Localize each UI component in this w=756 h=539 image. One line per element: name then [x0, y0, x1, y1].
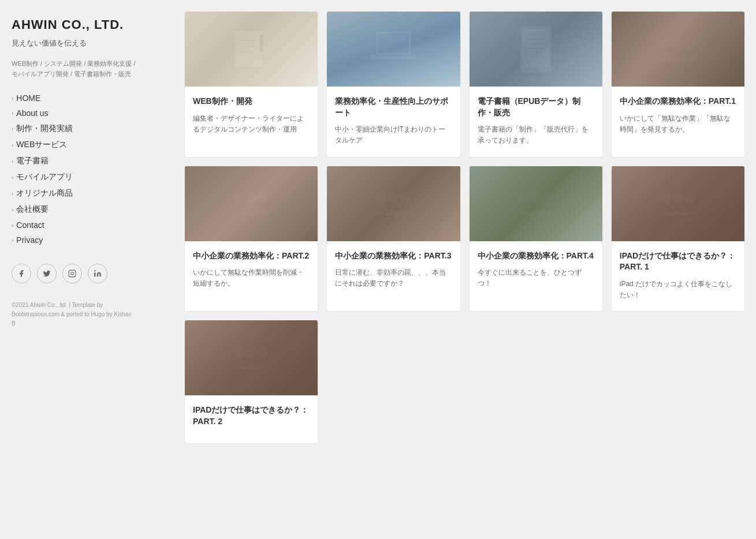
card-body: WEB制作・開発編集者・デザイナー・ライターによるデジタルコンテンツ制作・運用	[185, 87, 318, 145]
sidebar-nav-link[interactable]: ›制作・開発実績	[12, 122, 167, 136]
card[interactable]: IPADだけで仕事はできるか？：PART. 1iPad だけでカッコよく仕事をこ…	[612, 166, 744, 312]
card-image	[470, 166, 602, 241]
sidebar-nav-item: ›オリジナル商品	[12, 186, 167, 200]
card-image	[612, 12, 744, 87]
card-image	[327, 166, 460, 241]
svg-point-35	[257, 346, 269, 358]
footer-text: ©2021 Ahwin Co., ltd. | Template by Boot…	[12, 301, 167, 328]
card-desc: 編集者・デザイナー・ライターによるデジタルコンテンツ制作・運用	[193, 113, 310, 135]
card-image	[470, 12, 602, 87]
card[interactable]: 中小企業の業務効率化：PART.3日常に潜む、非効率の罠、、、本当にそれは必要で…	[327, 166, 460, 312]
card-desc: 電子書籍の「制作」「販売代行」を承っております。	[478, 124, 594, 146]
svg-rect-0	[69, 270, 76, 277]
card-image	[185, 12, 318, 87]
nav-label: About us	[16, 108, 48, 118]
svg-point-34	[245, 346, 257, 358]
svg-point-2	[94, 270, 95, 271]
svg-rect-10	[370, 55, 416, 59]
sidebar-nav-link[interactable]: ›HOME	[12, 92, 167, 104]
card-desc: 中小・零細企業向けITまわりのトータルケア	[335, 124, 452, 146]
card-body: 中小企業の業務効率化：PART.3日常に潜む、非効率の罠、、、本当にそれは必要で…	[327, 241, 460, 300]
card[interactable]: IPADだけで仕事はできるか？：PART. 2	[185, 320, 318, 443]
sidebar-nav-item: ›Privacy	[12, 234, 167, 246]
chevron-icon: ›	[12, 126, 13, 132]
cards-grid: WEB制作・開発編集者・デザイナー・ライターによるデジタルコンテンツ制作・運用 …	[185, 12, 744, 443]
card-title: 中小企業の業務効率化：PART.4	[478, 250, 594, 262]
sidebar-nav-link[interactable]: ›会社概要	[12, 203, 167, 216]
card-image	[185, 166, 318, 241]
svg-point-18	[661, 38, 672, 49]
chevron-icon: ›	[12, 110, 13, 117]
card[interactable]: WEB制作・開発編集者・デザイナー・ライターによるデジタルコンテンツ制作・運用	[185, 12, 318, 157]
card-body: 中小企業の業務効率化：PART.2いかにして無駄な作業時間を削減・短縮するか。	[185, 241, 318, 300]
card-body: IPADだけで仕事はできるか？：PART. 2	[185, 395, 318, 443]
sidebar-nav-item: ›Contact	[12, 219, 167, 231]
card[interactable]: 電子書籍（EPUBデータ）制作・販売電子書籍の「制作」「販売代行」を承っておりま…	[470, 12, 602, 157]
svg-point-25	[388, 192, 399, 204]
svg-point-23	[257, 192, 269, 204]
card-body: IPADだけで仕事はできるか？：PART. 1iPad だけでカッコよく仕事をこ…	[612, 241, 744, 312]
social-icons	[12, 264, 167, 283]
svg-point-26	[399, 192, 411, 204]
card-title: 中小企業の業務効率化：PART.1	[620, 96, 736, 107]
card[interactable]: 中小企業の業務効率化：PART.1いかにして「無駄な作業」「無駄な時間」を発見す…	[612, 12, 744, 157]
card[interactable]: 中小企業の業務効率化：PART.2いかにして無駄な作業時間を削減・短縮するか。	[185, 166, 318, 312]
card-title: 中小企業の業務効率化：PART.2	[193, 250, 310, 262]
sidebar-nav-link[interactable]: ›オリジナル商品	[12, 186, 167, 200]
card-image	[612, 166, 744, 241]
twitter-icon[interactable]	[37, 264, 57, 283]
chevron-icon: ›	[12, 142, 13, 148]
nav-label: 制作・開発実績	[16, 123, 73, 134]
svg-point-30	[661, 192, 672, 204]
chevron-icon: ›	[12, 222, 13, 229]
card-desc: いかにして「無駄な作業」「無駄な時間」を発見するか。	[620, 113, 736, 135]
chevron-icon: ›	[12, 158, 13, 164]
sidebar-nav-link[interactable]: ›WEBサービス	[12, 138, 167, 152]
sidebar-nav-item: ›モバイルアプリ	[12, 170, 167, 184]
sidebar: AHWIN CO., LTD. 見えない価値を伝える WEB制作 / システム開…	[0, 0, 179, 539]
svg-point-31	[672, 192, 684, 204]
svg-point-22	[245, 192, 257, 204]
sidebar-nav-item: ›About us	[12, 107, 167, 119]
site-tagline: 見えない価値を伝える	[12, 38, 167, 48]
chevron-icon: ›	[12, 207, 13, 213]
chevron-icon: ›	[12, 174, 13, 181]
svg-point-27	[519, 192, 530, 204]
sidebar-nav-link[interactable]: ›モバイルアプリ	[12, 170, 167, 184]
card[interactable]: 業務効率化・生産性向上のサポート中小・零細企業向けITまわりのトータルケア	[327, 12, 460, 157]
card-title: IPADだけで仕事はできるか？：PART. 2	[193, 405, 310, 427]
nav-label: HOME	[16, 93, 40, 103]
linkedin-icon[interactable]	[88, 264, 107, 283]
nav-label: 会社概要	[16, 204, 49, 215]
svg-point-33	[234, 346, 245, 358]
site-title: AHWIN CO., LTD.	[12, 17, 167, 32]
card[interactable]: 中小企業の業務効率化：PART.4今すぐに出来ることを、ひとつずつ！	[470, 166, 602, 312]
sidebar-nav-item: ›WEBサービス	[12, 138, 167, 152]
sidebar-nav-item: ›制作・開発実績	[12, 122, 167, 136]
svg-rect-9	[378, 33, 409, 53]
chevron-icon: ›	[12, 237, 13, 244]
main-content: WEB制作・開発編集者・デザイナー・ライターによるデジタルコンテンツ制作・運用 …	[179, 0, 756, 539]
svg-point-32	[684, 192, 695, 204]
card-desc: いかにして無駄な作業時間を削減・短縮するか。	[193, 267, 310, 289]
card-desc: 今すぐに出来ることを、ひとつずつ！	[478, 267, 594, 289]
chevron-icon: ›	[12, 190, 13, 197]
card-body: 電子書籍（EPUBデータ）制作・販売電子書籍の「制作」「販売代行」を承っておりま…	[470, 87, 602, 157]
nav-label: Contact	[16, 220, 44, 230]
sidebar-nav-link[interactable]: ›About us	[12, 107, 167, 119]
svg-point-21	[234, 192, 245, 204]
instagram-icon[interactable]	[62, 264, 82, 283]
facebook-icon[interactable]	[12, 264, 31, 283]
svg-rect-3	[234, 31, 263, 68]
svg-point-29	[542, 192, 553, 204]
svg-point-28	[530, 192, 542, 204]
card-image	[185, 320, 318, 395]
card-body: 業務効率化・生産性向上のサポート中小・零細企業向けITまわりのトータルケア	[327, 87, 460, 157]
sidebar-nav-link[interactable]: ›Contact	[12, 219, 167, 231]
svg-rect-7	[260, 35, 263, 52]
card-desc: 日常に潜む、非効率の罠、、、本当にそれは必要ですか？	[335, 267, 452, 289]
sidebar-nav-link[interactable]: ›電子書籍	[12, 154, 167, 168]
sidebar-nav-item: ›電子書籍	[12, 154, 167, 168]
sidebar-nav-link[interactable]: ›Privacy	[12, 234, 167, 246]
card-title: WEB制作・開発	[193, 96, 310, 107]
